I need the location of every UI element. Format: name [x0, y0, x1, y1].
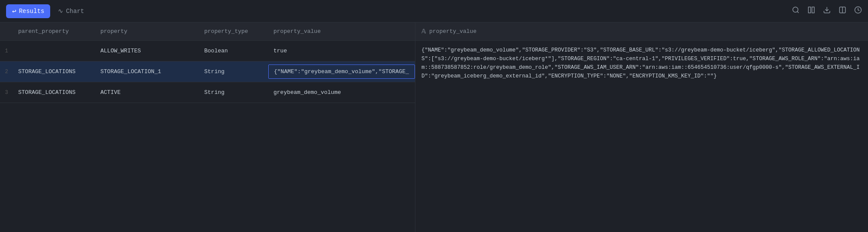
- table-header: parent_property property property_type p…: [0, 23, 415, 41]
- table-row[interactable]: 2 STORAGE_LOCATIONS STORAGE_LOCATION_1 S…: [0, 61, 415, 82]
- cell-property-value-3: greybeam_demo_volume: [268, 86, 415, 99]
- arrow-icon: ↩: [12, 7, 16, 16]
- columns-icon[interactable]: [807, 6, 815, 16]
- history-icon[interactable]: [854, 6, 862, 16]
- toolbar-right: [792, 6, 862, 16]
- right-panel: 𝔸 property_value {"NAME":"greybeam_demo_…: [415, 23, 868, 232]
- table-row[interactable]: 3 STORAGE_LOCATIONS ACTIVE String greybe…: [0, 82, 415, 103]
- cell-property-type-1: Boolean: [199, 44, 268, 58]
- col-header-property: property: [95, 28, 199, 35]
- type-icon: 𝔸: [421, 28, 426, 35]
- panel-column-name: property_value: [429, 28, 476, 35]
- cell-parent-property-2: STORAGE_LOCATIONS: [13, 65, 95, 78]
- chart-tab-label: Chart: [66, 8, 84, 15]
- svg-rect-3: [812, 7, 814, 13]
- col-header-property-value: property_value: [268, 28, 415, 35]
- right-panel-header: 𝔸 property_value: [415, 23, 868, 41]
- svg-rect-2: [808, 7, 810, 13]
- cell-rownum-1: 1: [0, 48, 13, 54]
- download-icon[interactable]: [823, 6, 831, 16]
- right-panel-content: {"NAME":"greybeam_demo_volume","STORAGE_…: [415, 41, 868, 232]
- col-header-parent-property: parent_property: [13, 28, 95, 35]
- cell-property-value-2: {"NAME":"greybeam_demo_volume","STORAGE_: [268, 64, 415, 79]
- toolbar: ↩ Results ∿ Chart: [0, 0, 868, 23]
- svg-point-0: [793, 7, 798, 12]
- tab-chart[interactable]: ∿ Chart: [52, 5, 90, 17]
- cell-parent-property-1: [13, 48, 95, 55]
- cell-property-type-3: String: [199, 86, 268, 99]
- cell-rownum-2: 2: [0, 69, 13, 75]
- col-header-property-type: property_type: [199, 28, 268, 35]
- chart-squiggle-icon: ∿: [58, 7, 63, 15]
- results-tab-label: Results: [19, 8, 45, 15]
- svg-line-1: [797, 11, 798, 13]
- main-content: parent_property property property_type p…: [0, 23, 868, 232]
- cell-rownum-3: 3: [0, 90, 13, 96]
- table-row[interactable]: 1 ALLOW_WRITES Boolean true: [0, 41, 415, 61]
- split-view-icon[interactable]: [839, 6, 846, 16]
- cell-property-3: ACTIVE: [95, 86, 199, 99]
- table-body: 1 ALLOW_WRITES Boolean true 2 STORAGE_LO…: [0, 41, 415, 232]
- cell-parent-property-3: STORAGE_LOCATIONS: [13, 86, 95, 99]
- cell-property-1: ALLOW_WRITES: [95, 44, 199, 58]
- table-area: parent_property property property_type p…: [0, 23, 415, 232]
- cell-property-type-2: String: [199, 65, 268, 78]
- cell-property-value-1: true: [268, 44, 415, 58]
- tab-results[interactable]: ↩ Results: [6, 4, 50, 18]
- toolbar-left: ↩ Results ∿ Chart: [6, 4, 90, 18]
- search-icon[interactable]: [792, 6, 800, 16]
- cell-property-2: STORAGE_LOCATION_1: [95, 65, 199, 78]
